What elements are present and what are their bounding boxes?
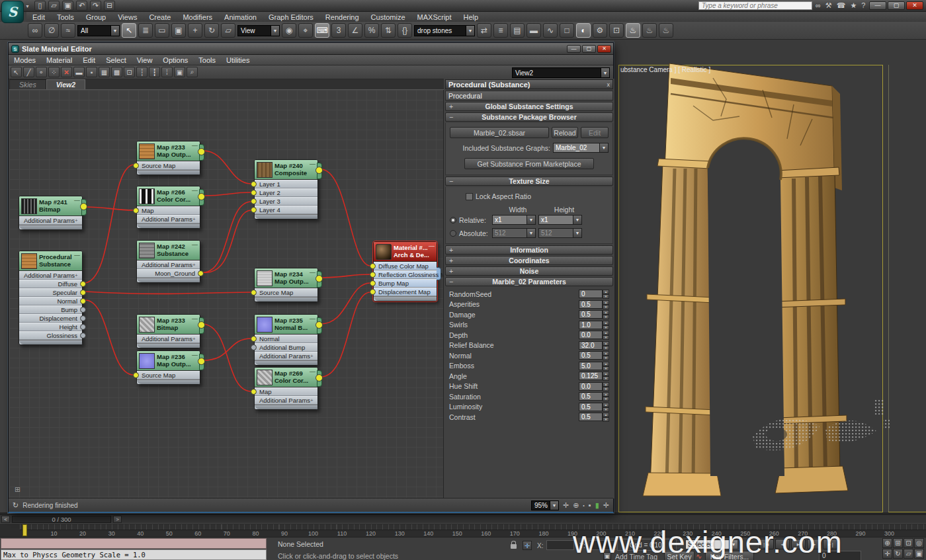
- preview-small-icon[interactable]: ▪: [86, 67, 97, 77]
- x-coordinate-field[interactable]: [546, 540, 574, 550]
- spinner-down-icon[interactable]: ▼: [603, 335, 609, 340]
- node-slot-row[interactable]: Source Map: [137, 371, 200, 380]
- node-map269[interactable]: Map #269Color Cor...—MapAdditional Param…: [254, 367, 318, 410]
- rendered-frame-window-icon[interactable]: ⊡: [609, 23, 624, 38]
- node-rollout-row[interactable]: Additional Params+: [19, 271, 82, 280]
- window-crossing-icon[interactable]: ▣: [171, 23, 186, 38]
- rectangular-selection-region-icon[interactable]: ▭: [155, 23, 169, 38]
- node-slot-row[interactable]: Reflection Glossiness Map: [374, 270, 437, 279]
- node-slot-row[interactable]: Source Map: [255, 288, 317, 297]
- relative-radio[interactable]: [450, 217, 456, 223]
- input-socket[interactable]: [251, 389, 257, 395]
- spinner-down-icon[interactable]: ▼: [603, 376, 609, 381]
- communication-center-icon[interactable]: ⚒: [825, 1, 832, 10]
- spinner-down-icon[interactable]: ▼: [603, 366, 609, 371]
- node-header[interactable]: Map #233Bitmap—: [137, 315, 200, 335]
- param-spinner[interactable]: ▲▼: [603, 362, 609, 370]
- param-spinner[interactable]: ▲▼: [603, 300, 609, 309]
- spinner-up-icon[interactable]: ▲: [603, 382, 609, 387]
- node-slot-row[interactable]: Map: [137, 206, 200, 215]
- param-value-field[interactable]: 0.125: [579, 372, 603, 380]
- node-connection-wire[interactable]: [321, 169, 370, 266]
- sme-close-button[interactable]: ✕: [597, 45, 611, 53]
- output-socket[interactable]: [80, 333, 86, 339]
- node-rollout-row[interactable]: Additional Params+: [255, 352, 317, 360]
- node-map233b[interactable]: Map #233Bitmap—Additional Params+: [136, 314, 200, 348]
- spinner-up-icon[interactable]: ▲: [603, 331, 609, 335]
- select-object-icon[interactable]: ↖: [122, 23, 136, 38]
- param-spinner[interactable]: ▲▼: [603, 392, 609, 401]
- sme-menu-item-view[interactable]: View: [132, 56, 158, 64]
- rollout-coordinates[interactable]: + Coordinates: [445, 256, 613, 265]
- new-scene-icon[interactable]: ▯: [34, 1, 46, 11]
- maxscript-mini-recorder[interactable]: [1, 538, 267, 549]
- node-map233a[interactable]: Map #233Map Outp...—Source Map: [136, 141, 200, 175]
- param-spinner[interactable]: ▲▼: [603, 372, 609, 380]
- render-flyout-icon[interactable]: ♨: [659, 23, 673, 38]
- node-slot-row[interactable]: Diffuse: [19, 280, 82, 288]
- absolute-radio[interactable]: [450, 230, 456, 237]
- lock-aspect-ratio-checkbox[interactable]: [466, 193, 473, 200]
- node-slot-row[interactable]: Normal: [19, 297, 82, 305]
- material-editor-icon[interactable]: ◐: [576, 23, 591, 38]
- spinner-up-icon[interactable]: ▲: [603, 372, 609, 376]
- collapse-node-icon[interactable]: —: [310, 315, 316, 322]
- collapse-node-icon[interactable]: —: [74, 252, 80, 259]
- align-icon[interactable]: ≡: [493, 23, 508, 38]
- input-socket[interactable]: [251, 207, 257, 213]
- input-socket[interactable]: [251, 336, 257, 342]
- spinner-up-icon[interactable]: ▲: [603, 362, 609, 366]
- sme-menu-item-tools[interactable]: Tools: [193, 56, 221, 64]
- node-header[interactable]: Map #240Composite—: [255, 160, 317, 180]
- node-rollout-row[interactable]: Additional Params+: [137, 215, 200, 223]
- show-sockets-icon[interactable]: ⚬: [36, 67, 47, 77]
- node-connection-wire[interactable]: [85, 165, 134, 283]
- bind-to-space-warp-icon[interactable]: ≈: [61, 23, 75, 38]
- favorites-icon[interactable]: ★: [850, 1, 857, 10]
- select-tool-icon[interactable]: ↖: [11, 67, 22, 77]
- render-iterative-icon[interactable]: ♨: [642, 23, 657, 38]
- node-header[interactable]: ProceduralSubstance—: [19, 251, 82, 271]
- sme-titlebar[interactable]: S Slate Material Editor — ▢ ✕: [9, 43, 613, 55]
- layer-manager-icon[interactable]: ▤: [510, 23, 525, 38]
- main-output-socket[interactable]: [316, 167, 323, 174]
- input-socket[interactable]: [133, 208, 139, 214]
- render-setup-icon[interactable]: ⚙: [593, 23, 607, 38]
- param-value-field[interactable]: 0: [579, 290, 603, 298]
- curve-editor-icon[interactable]: ∿: [543, 23, 558, 38]
- node-header[interactable]: Map #266Color Cor...—: [137, 186, 200, 206]
- node-map235[interactable]: Map #235Normal B...—NormalAdditional Bum…: [254, 314, 318, 366]
- schematic-view-icon[interactable]: □: [560, 23, 574, 38]
- param-spinner[interactable]: ▲▼: [603, 310, 609, 319]
- render-production-icon[interactable]: ♨: [626, 23, 640, 38]
- menu-item-maxscript[interactable]: MAXScript: [411, 13, 458, 21]
- input-socket[interactable]: [370, 272, 376, 278]
- spinner-up-icon[interactable]: ▲: [603, 310, 609, 315]
- param-spinner[interactable]: ▲▼: [603, 290, 609, 298]
- substance-graphs-dropdown[interactable]: Marble_02 ▼: [553, 143, 609, 153]
- spinner-down-icon[interactable]: ▼: [603, 387, 609, 391]
- hide-sockets-icon[interactable]: ⁘: [48, 67, 60, 77]
- get-substance-marketplace-button[interactable]: Get Substance From Marketplace: [464, 158, 594, 169]
- collapse-node-icon[interactable]: —: [192, 315, 198, 322]
- select-by-name-icon[interactable]: ≣: [138, 23, 153, 38]
- select-and-scale-icon[interactable]: ▱: [221, 23, 235, 38]
- node-header[interactable]: Map #241Bitmap—: [19, 196, 82, 216]
- collapse-node-icon[interactable]: —: [192, 187, 198, 194]
- node-connection-wire[interactable]: [203, 202, 251, 272]
- absolute-height-dropdown[interactable]: 512 ▼: [538, 228, 582, 238]
- input-socket[interactable]: [251, 190, 257, 196]
- spinner-down-icon[interactable]: ▼: [603, 305, 609, 309]
- relative-width-dropdown[interactable]: x1 ▼: [492, 215, 536, 225]
- main-output-socket[interactable]: [316, 321, 323, 329]
- main-output-socket[interactable]: [316, 275, 323, 282]
- select-and-manipulate-icon[interactable]: ⌖: [298, 23, 313, 38]
- current-frame-marker[interactable]: [22, 524, 27, 536]
- collapse-node-icon[interactable]: —: [310, 161, 316, 167]
- param-spinner[interactable]: ▲▼: [603, 382, 609, 391]
- pan-tool-icon[interactable]: ⌕: [187, 67, 198, 77]
- select-and-rotate-icon[interactable]: ↻: [204, 23, 219, 38]
- node-header[interactable]: Material #...Arch & De...—: [374, 242, 437, 262]
- node-slot-row[interactable]: Bump Map: [374, 279, 437, 288]
- spinner-down-icon[interactable]: ▼: [603, 407, 609, 412]
